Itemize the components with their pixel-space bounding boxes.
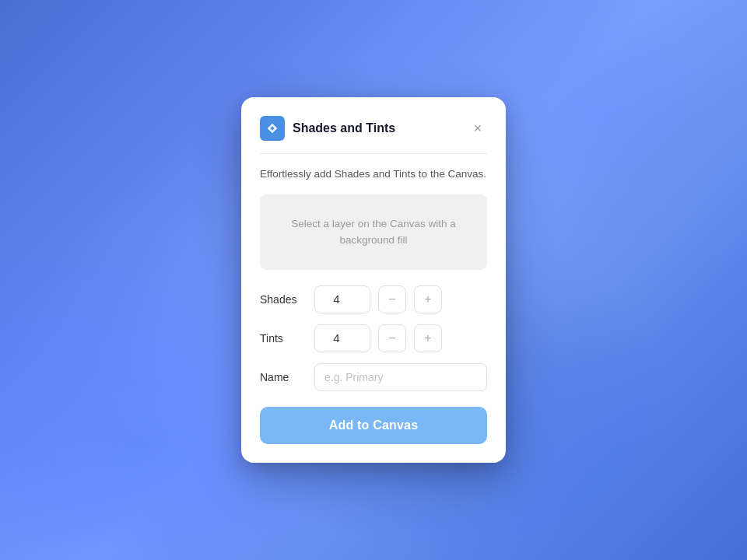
tints-label: Tints [260, 332, 307, 345]
canvas-placeholder-box: Select a layer on the Canvas with a back… [260, 194, 487, 270]
shades-row: Shades − + [260, 285, 487, 313]
tints-row: Tints − + [260, 324, 487, 352]
name-input[interactable] [314, 363, 487, 391]
close-button[interactable]: × [468, 119, 487, 138]
tints-input[interactable] [314, 324, 370, 352]
tints-increment-button[interactable]: + [414, 324, 442, 352]
plugin-icon [260, 116, 285, 141]
name-label: Name [260, 371, 307, 383]
shades-input[interactable] [314, 285, 370, 313]
add-to-canvas-button[interactable]: Add to Canvas [260, 407, 487, 444]
dialog-header-left: Shades and Tints [260, 116, 395, 141]
dialog-description: Effortlessly add Shades and Tints to the… [260, 166, 487, 182]
shades-tints-dialog: Shades and Tints × Effortlessly add Shad… [241, 97, 506, 463]
header-divider [260, 153, 487, 154]
name-row: Name [260, 363, 487, 391]
dialog-header: Shades and Tints × [260, 116, 487, 141]
shades-increment-button[interactable]: + [414, 285, 442, 313]
canvas-placeholder-text: Select a layer on the Canvas with a back… [291, 218, 456, 245]
tints-decrement-button[interactable]: − [378, 324, 406, 352]
shades-label: Shades [260, 293, 307, 306]
dialog-title: Shades and Tints [293, 121, 395, 135]
shades-decrement-button[interactable]: − [378, 285, 406, 313]
